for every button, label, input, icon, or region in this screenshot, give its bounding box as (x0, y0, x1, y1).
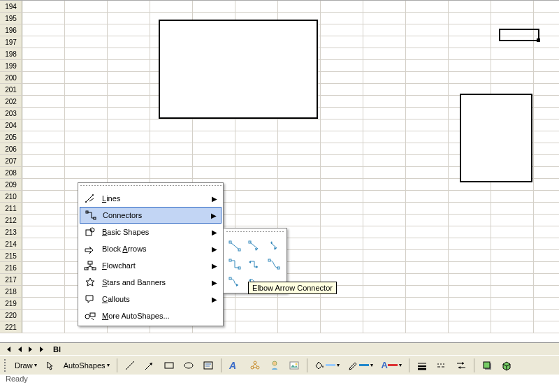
first-sheet-button[interactable] (3, 344, 14, 354)
diagram-button[interactable] (246, 358, 264, 373)
menu-grip[interactable] (80, 184, 222, 189)
submenu-grip[interactable] (226, 231, 284, 235)
row-header[interactable]: 217 (0, 274, 22, 285)
elbow-connector-button[interactable] (226, 256, 244, 273)
menu-item-connectors[interactable]: Connectors▶ (80, 207, 222, 224)
row-header[interactable]: 215 (0, 250, 22, 261)
line-color-button[interactable]: ▾ (344, 358, 377, 373)
rectangle-button[interactable] (160, 358, 178, 373)
row-header[interactable]: 211 (0, 203, 22, 214)
row-header[interactable]: 201 (0, 84, 22, 95)
row-header[interactable]: 205 (0, 131, 22, 143)
svg-point-8 (254, 361, 256, 364)
row-header[interactable]: 216 (0, 262, 22, 273)
rectangle-shape-2[interactable] (460, 94, 532, 182)
oval-button[interactable] (180, 358, 198, 373)
row-header[interactable]: 200 (0, 72, 22, 83)
row-header[interactable]: 209 (0, 179, 22, 190)
row-header[interactable]: 198 (0, 48, 22, 59)
wordart-button[interactable]: A (225, 358, 245, 373)
row-header[interactable]: 220 (0, 310, 22, 321)
row-header[interactable]: 203 (0, 108, 22, 119)
row-header[interactable]: 221 (0, 321, 22, 333)
row-header[interactable]: 214 (0, 238, 22, 249)
row-header[interactable]: 194 (0, 1, 22, 12)
row-header[interactable]: 212 (0, 215, 22, 226)
svg-point-13 (295, 363, 297, 365)
row-header[interactable]: 208 (0, 167, 22, 178)
menu-label: Flowchart (98, 261, 212, 270)
elbow-double-arrow-connector-button[interactable] (245, 256, 263, 273)
submenu-arrow-icon: ▶ (212, 296, 217, 303)
row-header[interactable]: 196 (0, 24, 22, 36)
menu-icon (82, 277, 98, 288)
menu-icon (82, 193, 98, 204)
submenu-arrow-icon: ▶ (212, 195, 217, 203)
row-cells[interactable] (22, 1, 559, 12)
menu-icon (82, 243, 98, 254)
caret-icon: ▾ (399, 362, 402, 368)
row-header[interactable]: 204 (0, 119, 22, 131)
prev-sheet-button[interactable] (14, 344, 25, 354)
draw-menu-button[interactable]: Draw ▾ (11, 358, 41, 373)
curved-arrow-connector-button[interactable] (226, 274, 244, 291)
autoshapes-label: AutoShapes (64, 361, 106, 370)
menu-item-basic-shapes[interactable]: Basic Shapes▶ (80, 224, 222, 240)
row-header[interactable]: 195 (0, 13, 22, 24)
row-header[interactable]: 219 (0, 298, 22, 309)
caret-icon: ▾ (370, 362, 373, 368)
select-objects-button[interactable] (42, 358, 59, 373)
straight-connector-button[interactable] (226, 238, 244, 254)
line-button[interactable] (121, 358, 139, 373)
svg-text:A: A (228, 360, 236, 371)
svg-rect-22 (484, 362, 490, 368)
svg-rect-4 (204, 362, 212, 369)
draw-label: Draw (15, 361, 33, 370)
menu-item-block-arrows[interactable]: Block Arrows▶ (80, 240, 222, 257)
textbox-button[interactable] (199, 358, 217, 373)
menu-label: Stars and Banners (98, 278, 212, 286)
straight-arrow-connector-button[interactable] (245, 238, 263, 254)
svg-rect-33 (90, 313, 95, 317)
shadow-style-button[interactable] (478, 358, 496, 373)
row-header[interactable]: 207 (0, 155, 22, 166)
menu-item-stars-and-banners[interactable]: Stars and Banners▶ (80, 274, 222, 291)
row-header[interactable]: 210 (0, 191, 22, 202)
row: 194 (0, 1, 559, 13)
row-header[interactable]: 197 (0, 36, 22, 48)
row-header[interactable]: 206 (0, 143, 22, 154)
separator (474, 358, 474, 372)
menu-label: Lines (98, 194, 212, 203)
last-sheet-button[interactable] (36, 344, 48, 354)
menu-label: Block Arrows (98, 245, 212, 253)
svg-point-24 (92, 194, 94, 196)
line-style-button[interactable] (413, 358, 431, 373)
row-header[interactable]: 213 (0, 226, 22, 238)
fill-color-button[interactable]: ▾ (311, 358, 343, 373)
svg-rect-43 (268, 259, 270, 261)
row-header[interactable]: 218 (0, 286, 22, 297)
arrow-style-button[interactable] (452, 358, 470, 373)
arrow-button[interactable] (140, 358, 159, 373)
font-color-button[interactable]: A ▾ (378, 358, 405, 373)
toolbar-grip[interactable] (4, 359, 7, 372)
menu-label: Connectors (99, 211, 211, 219)
insert-picture-button[interactable] (285, 358, 303, 373)
row-header[interactable]: 199 (0, 60, 22, 71)
rectangle-shape-1[interactable] (159, 20, 318, 119)
curved-connector-button[interactable] (265, 256, 283, 273)
straight-double-arrow-connector-button[interactable] (265, 238, 283, 254)
menu-item-callouts[interactable]: Callouts▶ (80, 291, 222, 307)
dash-style-button[interactable] (433, 358, 451, 373)
menu-item-flowchart[interactable]: Flowchart▶ (80, 257, 222, 274)
row-header[interactable]: 202 (0, 96, 22, 107)
autoshapes-menu-button[interactable]: AutoShapes ▾ (60, 358, 113, 373)
menu-item-lines[interactable]: Lines▶ (80, 190, 222, 207)
svg-line-36 (231, 242, 239, 249)
3d-style-button[interactable] (498, 358, 516, 373)
menu-item-more-autoshapes-[interactable]: More AutoShapes... (80, 307, 222, 324)
clipart-button[interactable] (266, 358, 284, 373)
svg-rect-29 (88, 261, 92, 264)
next-sheet-button[interactable] (25, 344, 36, 354)
sheet-tab[interactable]: Bl (53, 345, 61, 354)
